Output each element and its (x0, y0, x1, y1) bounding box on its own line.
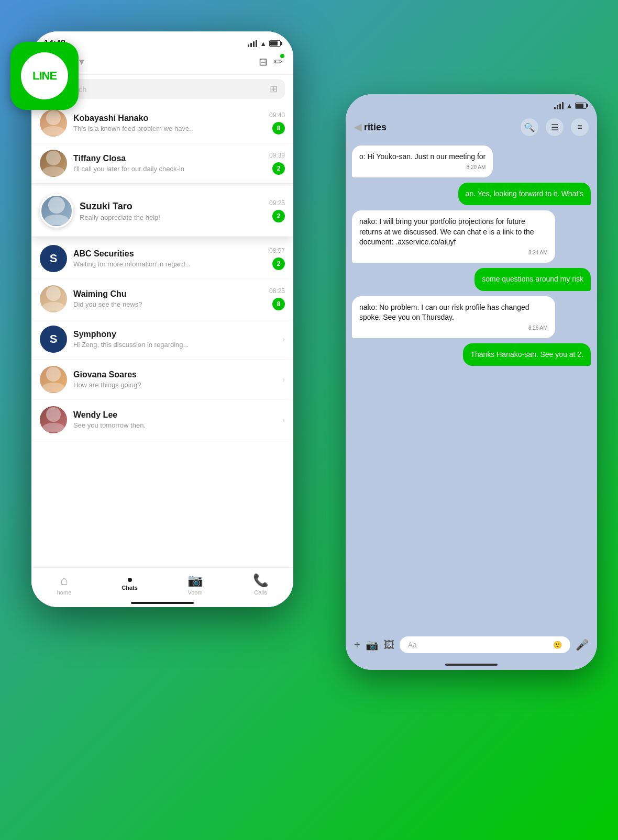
chat-time-suzuki: 09:25 (269, 199, 285, 207)
chat-name-tiffany: Tiffany Closa (73, 154, 263, 163)
wifi-icon: ▲ (566, 102, 573, 110)
chat-info-abc: ABC Securities Waiting for more infomati… (73, 249, 263, 268)
home-bar (131, 602, 194, 604)
tab-voom[interactable]: 📷 Voom (162, 573, 228, 596)
image-icon[interactable]: 🖼 (384, 639, 394, 651)
chat-phone: ▲ ◀ rities 🔍 ☰ ≡ o: Hi Youko-san. Just n… (346, 94, 597, 670)
chat-meta-kobayashi: 09:40 8 (269, 111, 285, 135)
chat-item-symphony[interactable]: S Symphony Hi Zeng, this discussion in r… (31, 319, 293, 360)
chat-info-kobayashi: Kobayashi Hanako This is a known feed pr… (73, 114, 263, 132)
chat-list: Kobayashi Hanako This is a known feed pr… (31, 103, 293, 567)
chat-item-abc[interactable]: S ABC Securities Waiting for more infoma… (31, 239, 293, 279)
badge-abc: 2 (272, 257, 285, 270)
chat-name-giovana: Giovana Soares (73, 370, 276, 379)
message-input[interactable]: Aa 🙂 (400, 636, 570, 653)
header-action-icons: ⊟ ✏ (259, 55, 283, 68)
chat-info-tiffany: Tiffany Closa I'll call you later for ou… (73, 154, 263, 173)
tab-chats[interactable]: Chats (97, 578, 162, 591)
voom-tab-icon: 📷 (187, 573, 203, 588)
badge-suzuki: 2 (272, 210, 285, 222)
tab-home[interactable]: ⌂ home (31, 573, 97, 596)
chat-preview-tiffany: I'll call you later for our daily check-… (73, 165, 263, 173)
chat-preview-abc: Waiting for more infomation in regard... (73, 260, 263, 268)
chat-info-suzuki: Suzuki Taro Really appreciate the help! (80, 201, 263, 221)
battery-icon (575, 103, 587, 109)
bg-header-icons: 🔍 ☰ ≡ (521, 118, 589, 136)
filter-icon[interactable]: ⊟ (259, 55, 268, 68)
bg-input-area: + 📷 🖼 Aa 🙂 🎤 (346, 630, 597, 659)
menu-icon[interactable]: ≡ (571, 118, 589, 136)
chat-info-waiming: Waiming Chu Did you see the news? (73, 289, 263, 308)
voom-tab-label: Voom (187, 589, 202, 596)
chat-meta-suzuki: 09:25 2 (269, 199, 285, 222)
wifi-status-icon: ▲ (260, 40, 267, 48)
message-sent-2: some questions around my risk (474, 268, 591, 291)
chat-name-abc: ABC Securities (73, 249, 263, 259)
chat-name-suzuki: Suzuki Taro (80, 201, 263, 212)
message-sent-1: an. Yes, looking forward to it. What's (458, 183, 591, 206)
avatar-abc: S (40, 245, 67, 272)
chat-meta-tiffany: 09:39 2 (269, 152, 285, 175)
avatar-wendy (40, 406, 67, 433)
avatar-tiffany (40, 150, 67, 177)
chat-item-giovana[interactable]: Giovana Soares How are things going? › (31, 360, 293, 400)
bg-home-indicator (346, 659, 597, 670)
chat-preview-wendy: See you tomorrow then. (73, 421, 276, 429)
search-icon[interactable]: 🔍 (521, 118, 538, 136)
chat-meta-abc: 08:57 2 (269, 247, 285, 270)
signal-icon (554, 102, 564, 109)
chat-item-wendy[interactable]: Wendy Lee See you tomorrow then. › (31, 400, 293, 440)
chat-time-waiming: 08:25 (269, 287, 285, 295)
chat-item-waiming[interactable]: Waiming Chu Did you see the news? 08:25 … (31, 279, 293, 319)
chat-info-symphony: Symphony Hi Zeng, this discussion in reg… (73, 330, 276, 349)
chat-name-symphony: Symphony (73, 330, 276, 339)
chat-info-wendy: Wendy Lee See you tomorrow then. (73, 410, 276, 429)
add-icon[interactable]: + (354, 639, 360, 651)
avatar-symphony: S (40, 326, 67, 353)
badge-tiffany: 2 (272, 162, 285, 175)
logo-text: LINE (32, 69, 57, 83)
msg-time-1: 8:20 AM (359, 164, 485, 171)
chat-item-kobayashi[interactable]: Kobayashi Hanako This is a known feed pr… (31, 103, 293, 143)
chat-preview-kobayashi: This is a known feed problem we have.. (73, 125, 263, 132)
chat-meta-giovana: › (282, 375, 285, 384)
chat-preview-waiming: Did you see the news? (73, 300, 263, 308)
mic-icon[interactable]: 🎤 (576, 639, 589, 651)
chevron-down-icon[interactable]: ▾ (79, 56, 84, 68)
message-sent-3: Thanks Hanako-san. See you at 2. (463, 343, 591, 366)
avatar-kobayashi (40, 109, 67, 137)
chat-preview-giovana: How are things going? (73, 381, 276, 389)
battery-status-icon (269, 40, 281, 47)
chat-messages-area: o: Hi Youko-san. Just n our meeting for … (346, 140, 597, 630)
chevron-right-icon-symphony: › (282, 335, 285, 343)
home-indicator (31, 599, 293, 607)
compose-icon[interactable]: ✏ (274, 55, 283, 68)
chat-time-tiffany: 09:39 (269, 152, 285, 159)
message-received-3: nako: No problem. I can our risk profile… (352, 296, 555, 338)
home-tab-label: home (57, 589, 72, 596)
chat-item-suzuki[interactable]: Suzuki Taro Really appreciate the help! … (31, 186, 293, 237)
chat-preview-suzuki: Really appreciate the help! (80, 214, 263, 221)
main-phone: 14:48 ▲ Chats ▾ ⊟ (31, 31, 293, 607)
signal-bars-icon (248, 40, 257, 47)
notes-icon[interactable]: ☰ (546, 118, 564, 136)
chat-preview-symphony: Hi Zeng, this discussion in regarding... (73, 341, 276, 349)
message-received-2: nako: I will bring your portfolio projec… (352, 210, 555, 263)
camera-icon[interactable]: 📷 (366, 639, 379, 651)
chat-name-kobayashi: Kobayashi Hanako (73, 114, 263, 123)
qr-scan-icon[interactable]: ⊞ (270, 83, 278, 95)
bg-status-bar: ▲ (346, 94, 597, 114)
bg-chat-header: ◀ rities 🔍 ☰ ≡ (346, 114, 597, 140)
badge-waiming: 8 (272, 298, 285, 310)
msg-time-2: 8:24 AM (359, 249, 548, 256)
calls-tab-icon: 📞 (253, 573, 269, 588)
bg-status-icons: ▲ (554, 102, 587, 110)
chats-tab-label: Chats (122, 585, 138, 591)
chevron-right-icon-wendy: › (282, 416, 285, 424)
chat-meta-waiming: 08:25 8 (269, 287, 285, 310)
badge-kobayashi: 8 (272, 122, 285, 135)
chat-item-tiffany[interactable]: Tiffany Closa I'll call you later for ou… (31, 143, 293, 184)
emoji-icon[interactable]: 🙂 (553, 641, 562, 649)
chat-name-waiming: Waiming Chu (73, 289, 263, 299)
tab-calls[interactable]: 📞 Calls (228, 573, 293, 596)
